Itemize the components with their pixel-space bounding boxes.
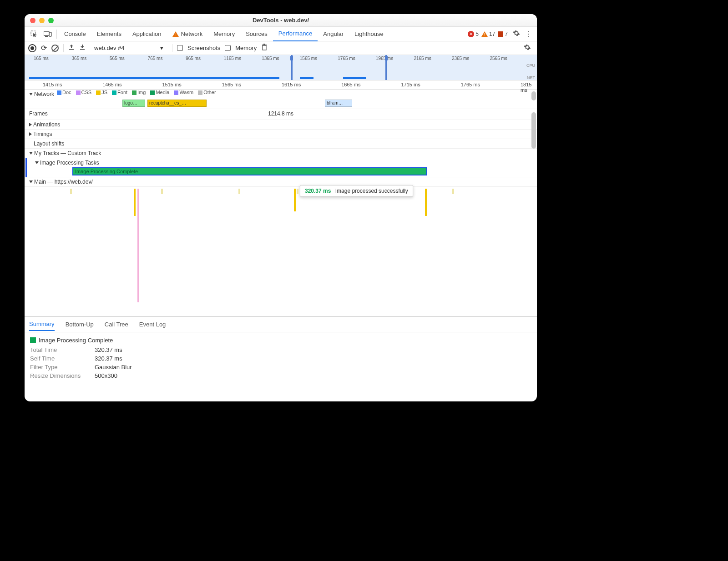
brush-handle-left[interactable] — [290, 56, 293, 60]
expand-icon[interactable] — [29, 123, 32, 126]
recording-name: web.dev #4 — [94, 45, 125, 51]
summary-value: Gaussian Blur — [95, 364, 132, 371]
network-request[interactable]: logo… — [122, 100, 145, 107]
collapse-icon[interactable] — [29, 180, 33, 183]
overview-timeline[interactable]: 165 ms365 ms565 ms765 ms965 ms1165 ms136… — [25, 55, 537, 80]
frames-duration: 1214.8 ms — [268, 110, 293, 117]
image-processing-track-header[interactable]: Image Processing Tasks — [27, 158, 537, 167]
ruler-tick: 1515 ms — [162, 82, 182, 87]
overview-tick: 2565 ms — [490, 56, 507, 61]
memory-label: Memory — [235, 45, 257, 51]
tab-lighthouse[interactable]: Lighthouse — [349, 27, 389, 41]
minimize-window-button[interactable] — [39, 18, 45, 23]
ruler-tick: 1415 ms — [43, 82, 62, 87]
timings-track[interactable]: Timings — [25, 130, 537, 139]
tracks-scroll-thumb[interactable] — [531, 112, 536, 149]
layout-shifts-label: Layout shifts — [34, 140, 64, 147]
event-color-swatch — [30, 337, 36, 343]
summary-header: Image Processing Complete — [30, 337, 531, 344]
recording-dropdown[interactable]: web.dev #4 ▾ — [90, 43, 167, 54]
download-icon[interactable] — [79, 44, 86, 52]
inspect-icon[interactable] — [27, 27, 41, 41]
more-menu-icon[interactable]: ⋮ — [522, 30, 534, 38]
clear-button[interactable] — [51, 45, 59, 52]
overview-tick: 365 ms — [72, 56, 87, 61]
summary-row: Total Time320.37 ms — [30, 346, 531, 353]
issues-count[interactable]: 7 — [505, 31, 508, 37]
record-button[interactable] — [28, 44, 36, 52]
image-processing-event[interactable]: Image Processing Complete — [72, 167, 427, 175]
zoom-window-button[interactable] — [48, 18, 54, 23]
collapse-icon[interactable] — [35, 161, 39, 164]
details-tab-call-tree[interactable]: Call Tree — [105, 318, 128, 331]
network-request[interactable]: recaptcha__es_… — [147, 100, 207, 107]
settings-gear-icon[interactable] — [511, 30, 522, 39]
legend-item: Media — [150, 90, 169, 95]
layout-shifts-track[interactable]: Layout shifts — [25, 139, 537, 149]
upload-icon[interactable] — [68, 44, 75, 52]
issues-icon[interactable] — [498, 31, 503, 37]
brush-handle-right[interactable] — [385, 56, 388, 60]
screenshots-checkbox[interactable] — [177, 45, 183, 51]
tab-performance[interactable]: Performance — [273, 27, 318, 41]
tab-application[interactable]: Application — [127, 27, 167, 41]
tab-sources[interactable]: Sources — [240, 27, 273, 41]
animations-track[interactable]: Animations — [25, 120, 537, 130]
main-track-header[interactable]: Main — https://web.dev/ — [25, 177, 537, 187]
details-tab-event-log[interactable]: Event Log — [139, 318, 166, 331]
overview-tick: 565 ms — [110, 56, 125, 61]
tab-network[interactable]: Network — [167, 27, 208, 41]
network-legend: DocCSSJSFontImgMediaWasmOther — [57, 90, 216, 95]
window-title: DevTools - web.dev/ — [25, 17, 537, 24]
screenshots-label: Screenshots — [187, 45, 220, 51]
capture-settings-icon[interactable] — [521, 44, 533, 52]
network-track-header[interactable]: Network — [25, 90, 57, 99]
ruler-tick: 1715 ms — [401, 82, 420, 87]
collapse-icon[interactable] — [29, 93, 33, 95]
window-titlebar: DevTools - web.dev/ — [25, 14, 537, 27]
tracks-scroll-thumb-top[interactable] — [531, 91, 536, 100]
error-icon[interactable]: ✕ — [468, 31, 474, 37]
custom-track-group[interactable]: My Tracks — Custom Track — [25, 149, 537, 158]
warning-icon[interactable] — [481, 31, 488, 37]
overview-tick: 2365 ms — [452, 56, 469, 61]
overview-brush[interactable] — [291, 55, 387, 80]
memory-checkbox[interactable] — [225, 45, 231, 51]
device-toggle-icon[interactable] — [41, 27, 55, 41]
details-tab-summary[interactable]: Summary — [29, 318, 55, 331]
svg-rect-1 — [44, 31, 49, 35]
network-label: Network — [34, 91, 54, 97]
tab-label: Console — [64, 30, 86, 37]
overview-tick: 1165 ms — [224, 56, 241, 61]
reload-record-button[interactable]: ⟳ — [41, 44, 47, 52]
tab-angular[interactable]: Angular — [318, 27, 349, 41]
overview-ticks: 165 ms365 ms565 ms765 ms965 ms1165 ms136… — [25, 55, 537, 62]
gc-icon[interactable] — [261, 44, 268, 52]
collapse-icon[interactable] — [29, 152, 33, 155]
warning-count[interactable]: 17 — [489, 31, 495, 37]
detail-ruler[interactable]: 1415 ms1465 ms1515 ms1565 ms1615 ms1665 … — [25, 80, 537, 90]
error-count[interactable]: 5 — [475, 31, 479, 37]
overview-net-bar — [29, 77, 279, 79]
network-request[interactable]: bfram… — [325, 100, 352, 107]
tooltip-text: Image processed successfully — [335, 188, 408, 194]
summary-key: Total Time — [30, 346, 89, 353]
details-tab-bottom-up[interactable]: Bottom-Up — [66, 318, 94, 331]
tracks-panel: Network DocCSSJSFontImgMediaWasmOther lo… — [25, 90, 537, 317]
svg-rect-6 — [263, 45, 266, 50]
ruler-tick: 1765 ms — [461, 82, 480, 87]
main-flame-chart[interactable] — [25, 187, 537, 310]
summary-pane: Image Processing Complete Total Time320.… — [25, 332, 537, 386]
tab-memory[interactable]: Memory — [208, 27, 240, 41]
frames-label-cell[interactable]: Frames — [25, 109, 51, 118]
tab-label: Elements — [97, 30, 121, 37]
overview-tick: 765 ms — [148, 56, 163, 61]
devtools-window: DevTools - web.dev/ ConsoleElementsAppli… — [25, 14, 537, 401]
expand-icon[interactable] — [29, 132, 32, 136]
warning-icon — [172, 31, 179, 37]
close-window-button[interactable] — [30, 18, 35, 23]
legend-item: CSS — [76, 90, 92, 95]
tab-elements[interactable]: Elements — [91, 27, 127, 41]
summary-value: 320.37 ms — [95, 355, 122, 362]
tab-console[interactable]: Console — [59, 27, 91, 41]
